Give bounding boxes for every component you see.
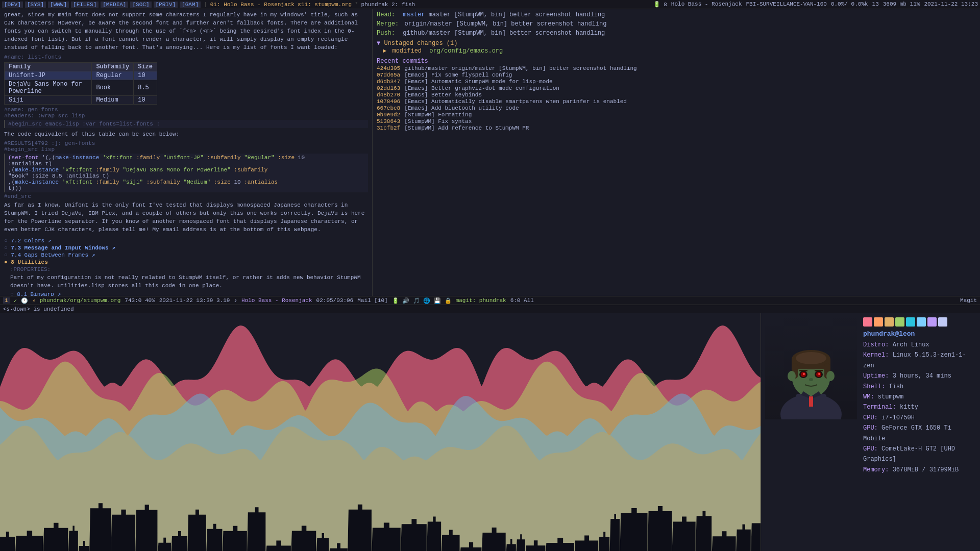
unstaged-label: Unstaged changes (1) — [384, 40, 457, 47]
color-square — [885, 317, 894, 327]
music-visualizer — [0, 313, 761, 551]
ram-status: 3609 mb 11% — [883, 1, 920, 8]
music-status: Holo Bass - Rosenjack — [671, 1, 742, 8]
tag-www[interactable]: [WWW] — [48, 2, 69, 8]
commit-hash: 5138643 — [377, 118, 400, 124]
list-fonts-name: #name: list-fonts — [4, 54, 368, 60]
topbar: [DEV] [SYS] [WWW] [FILES] [MEDIA] [SOC] … — [0, 0, 980, 9]
magit-merge-section: Merge: origin/master [StumpWM, bin] bett… — [377, 20, 976, 28]
section-link-7-2[interactable]: 7.2 Colors ↗ — [11, 238, 51, 244]
network-name: FBI-SURVEILLANCE-VAN-100 — [746, 1, 826, 8]
unifont-paragraph: As far as I know, Unifont is the only fo… — [4, 202, 368, 234]
tag-dev[interactable]: [DEV] — [2, 2, 23, 8]
tag-priv[interactable]: [PRIV] — [154, 2, 178, 8]
datetime-bar: 2021-11-22 13:39 3.19 — [159, 297, 230, 304]
col-family: Family — [5, 62, 92, 71]
commit-hash: 1078406 — [377, 98, 400, 105]
commit-hash: 0b9e9d2 — [377, 112, 400, 118]
kernel-label: Kernel: — [863, 352, 889, 359]
code-block-main: (set-font '(,(make-instance 'xft:font :f… — [4, 154, 368, 192]
color-square — [927, 317, 937, 327]
bullet-8-1: ○ — [10, 291, 17, 296]
workspace-tags[interactable]: [DEV] [SYS] [WWW] [FILES] [MEDIA] [SOC] … — [2, 2, 201, 8]
minibuffer: <s-down> is undefined — [0, 305, 980, 313]
mode-pos: 6:0 All — [510, 297, 534, 304]
right-status: 🔋 8 Holo Bass - Rosenjack FBI-SURVEILLAN… — [653, 1, 978, 8]
bullet-7-3: ○ — [4, 245, 11, 251]
code-line-1: (set-font '(,(make-instance 'xft:font :f… — [8, 155, 365, 161]
merge-label: Merge: — [377, 20, 399, 28]
svg-rect-17 — [815, 370, 823, 371]
begin-src: #begin_src emacs-lisp :var fonts=list-fo… — [4, 120, 368, 128]
code-equiv-text: The code equivalent of this table can be… — [4, 130, 368, 139]
commit-row: 5138643[StumpWM] Fix syntax — [377, 118, 976, 124]
tag-sys[interactable]: [SYS] — [25, 2, 46, 8]
section-7-4[interactable]: ○ 7.4 Gaps Between Frames ↗ — [4, 252, 368, 258]
merge-value: origin/master [StumpWM, bin] better scre… — [402, 20, 606, 28]
svg-rect-22 — [809, 396, 813, 407]
section-8-1[interactable]: ○ 8.1 Binwarp ↗ — [10, 291, 362, 296]
code-line-4: "Book" :size 8.5 :antialias t) — [8, 173, 365, 179]
neofetch-user: phundrak@leon — [863, 330, 915, 338]
commit-message: [Emacs] Add bluetooth utility code — [404, 105, 519, 111]
right-panel: Head: master master [StumpWM, bin] bette… — [373, 9, 980, 296]
modified-indicator: ▶ — [383, 47, 386, 55]
indicators: 🔋 🔊 🎵 🌐 💾 🔒 — [392, 297, 452, 304]
modified-label: modified — [392, 47, 422, 55]
font-family: Siji — [5, 95, 92, 104]
magit-push-section: Push: github/master [StumpWM, bin] bette… — [377, 30, 976, 37]
section-link-7-3[interactable]: 7.3 Message and Input Windows ↗ — [11, 245, 115, 251]
status-icon2: 🕐 — [21, 297, 28, 304]
section-link-8[interactable]: 8 Utilities — [11, 259, 48, 265]
tag-files[interactable]: [FILES] — [71, 2, 99, 8]
commit-hash: d48b270 — [377, 92, 400, 98]
section-7-3[interactable]: ○ 7.3 Message and Input Windows ↗ — [4, 244, 368, 251]
color-square — [906, 317, 915, 327]
status-icon3: ⚡ — [32, 297, 36, 304]
workspace-num: 1 — [3, 297, 10, 304]
section-7-2[interactable]: ○ 7.2 Colors ↗ — [4, 237, 368, 244]
svg-rect-16 — [799, 370, 807, 371]
minibuffer-text: <s-down> is undefined — [3, 306, 74, 312]
network-speed: 0.0%/ 0.0%k — [831, 1, 868, 8]
code-line-2: :antialias t) — [8, 161, 365, 167]
commit-hash: 424d305 — [377, 65, 400, 71]
bullet-7-4: ○ — [4, 252, 11, 258]
bullet-8: ● — [4, 259, 11, 265]
distro-value: Arch Linux — [893, 341, 929, 348]
commit-row: 02dd163[Emacs] Better graphviz-dot mode … — [377, 85, 976, 91]
bottom-section: phundrak@leon Distro: Arch Linux Kernel:… — [0, 313, 980, 551]
tag-gam[interactable]: [GAM] — [180, 2, 201, 8]
avatar-svg — [765, 317, 857, 419]
tag-soc[interactable]: [SOC] — [130, 2, 151, 8]
recent-commits-label: Recent commits — [377, 58, 428, 65]
gpu2-label: GPU: — [863, 445, 878, 453]
svg-point-15 — [818, 373, 820, 375]
file-position: 743:0 40% — [125, 297, 155, 304]
gen-fonts-name: #name: gen-fonts — [4, 107, 368, 113]
music-time: 02:05/03:06 — [316, 297, 354, 304]
separator: | — [204, 2, 207, 8]
intro-paragraph: great, since my main font does not suppo… — [4, 11, 368, 52]
section-link-7-4[interactable]: 7.4 Gaps Between Frames ↗ — [11, 252, 95, 258]
section-8[interactable]: ● 8 Utilities — [4, 259, 368, 265]
commit-message: [Emacs] Better graphviz-dot mode configu… — [404, 85, 559, 91]
push-value: github/master [StumpWM, bin] better scre… — [399, 30, 605, 37]
col-subfamily: Subfamily — [92, 62, 134, 71]
unstaged-toggle[interactable]: ▼ — [377, 40, 380, 47]
separator2: * — [355, 2, 358, 8]
font-table-row: DejaVu Sans Mono for PowerlineBook8.5 — [5, 80, 157, 95]
head-label: Head: — [377, 11, 395, 18]
tag-media[interactable]: [MEDIA] — [101, 2, 128, 8]
svg-point-20 — [826, 371, 835, 381]
font-size: 10 — [134, 71, 157, 80]
section-link-8-1[interactable]: 8.1 Binwarp ↗ — [17, 291, 61, 296]
active-window-title: 01: Holo Bass - Rosenjack ε11: stumpwm.o… — [210, 2, 352, 8]
commit-hash: 31cfb2f — [377, 125, 400, 131]
status-icon1: ✓ — [14, 297, 17, 304]
commits-list: 424d305github/master origin/master [Stum… — [377, 65, 976, 131]
statusbar: 1 ✓ 🕐 ⚡ phundrak/org/stumpwm.org 743:0 4… — [0, 296, 980, 305]
svg-point-19 — [788, 371, 796, 381]
cpu-value: i7-10750H — [881, 414, 915, 421]
font-subfamily: Medium — [92, 95, 134, 104]
